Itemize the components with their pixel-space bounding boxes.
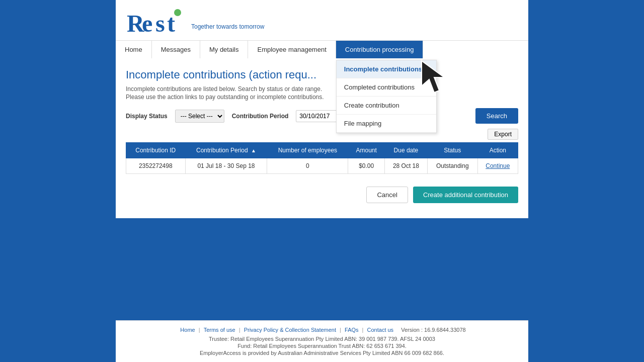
nav-item-home[interactable]: Home <box>116 41 152 58</box>
export-button[interactable]: Export <box>488 129 518 140</box>
col-header-period[interactable]: Contribution Period ▲ <box>185 143 267 158</box>
svg-text:e: e <box>142 10 152 37</box>
sort-icon: ▲ <box>251 148 256 153</box>
col-period-label: Contribution Period <box>196 147 248 154</box>
page-title: Incomplete contributions (action requ... <box>126 68 518 81</box>
footer-employer: EmployerAccess is provided by Australian… <box>121 350 523 356</box>
svg-point-4 <box>174 9 181 16</box>
tagline: Together towards tomorrow <box>191 23 264 30</box>
logo-svg: R e s t <box>126 8 186 38</box>
cell-period: 01 Jul 18 - 30 Sep 18 <box>185 158 267 174</box>
search-button[interactable]: Search <box>475 108 518 124</box>
nav-item-contribution-processing[interactable]: Contribution processing Incomplete contr… <box>336 41 424 58</box>
svg-text:t: t <box>167 10 175 37</box>
contributions-table: Contribution ID Contribution Period ▲ Nu… <box>126 142 518 174</box>
cell-num-employees: 0 <box>267 158 348 174</box>
col-header-employees: Number of employees <box>267 143 348 158</box>
page-subtitle-1: Incomplete contributions are listed belo… <box>126 85 518 93</box>
dropdown-item-incomplete[interactable]: Incomplete contributions <box>337 60 436 78</box>
footer-trustee: Trustee: Retail Employees Superannuation… <box>121 336 523 342</box>
nav-item-messages[interactable]: Messages <box>152 41 200 58</box>
cell-amount: $0.00 <box>348 158 385 174</box>
contribution-period-label: Contribution Period <box>232 113 289 120</box>
display-status-select[interactable]: --- Select --- <box>175 110 224 123</box>
page-subtitle-2: Please use the action links to pay outst… <box>126 94 518 101</box>
col-header-action: Action <box>477 143 518 158</box>
main-nav: Home Messages My details Employee manage… <box>116 41 528 58</box>
col-header-status: Status <box>427 143 477 158</box>
display-status-label: Display Status <box>126 113 168 120</box>
table-row: 2352272498 01 Jul 18 - 30 Sep 18 0 $0.00… <box>126 158 518 174</box>
nav-item-employee-management[interactable]: Employee management <box>248 41 336 58</box>
cell-action[interactable]: Continue <box>477 158 518 174</box>
dropdown-item-completed[interactable]: Completed contributions <box>337 78 436 97</box>
footer-links: Home | Terms of use | Privacy Policy & C… <box>121 327 523 333</box>
col-header-due-date: Due date <box>384 143 427 158</box>
footer-link-terms[interactable]: Terms of use <box>204 327 235 333</box>
cell-contribution-id: 2352272498 <box>126 158 186 174</box>
col-header-amount: Amount <box>348 143 385 158</box>
footer-link-contact[interactable]: Contact us <box>367 327 394 333</box>
dropdown-item-create[interactable]: Create contribution <box>337 97 436 115</box>
footer-link-privacy[interactable]: Privacy Policy & Collection Statement <box>244 327 336 333</box>
footer-fund: Fund: Retail Employees Superannuation Tr… <box>121 343 523 349</box>
cell-status: Outstanding <box>427 158 477 174</box>
version-text: Version : 16.9.6844.33078 <box>401 327 465 333</box>
create-additional-button[interactable]: Create additional contribution <box>413 187 518 203</box>
svg-text:s: s <box>155 10 165 37</box>
footer-link-faqs[interactable]: FAQs <box>345 327 359 333</box>
cell-due-date: 28 Oct 18 <box>384 158 427 174</box>
col-header-id: Contribution ID <box>126 143 186 158</box>
nav-item-my-details[interactable]: My details <box>200 41 249 58</box>
dropdown-item-file-mapping[interactable]: File mapping <box>337 115 436 133</box>
cancel-button[interactable]: Cancel <box>366 187 408 203</box>
logo: R e s t Together towards tomorrow <box>126 8 264 38</box>
contribution-processing-dropdown: Incomplete contributions Completed contr… <box>336 60 437 133</box>
footer-link-home[interactable]: Home <box>180 327 195 333</box>
